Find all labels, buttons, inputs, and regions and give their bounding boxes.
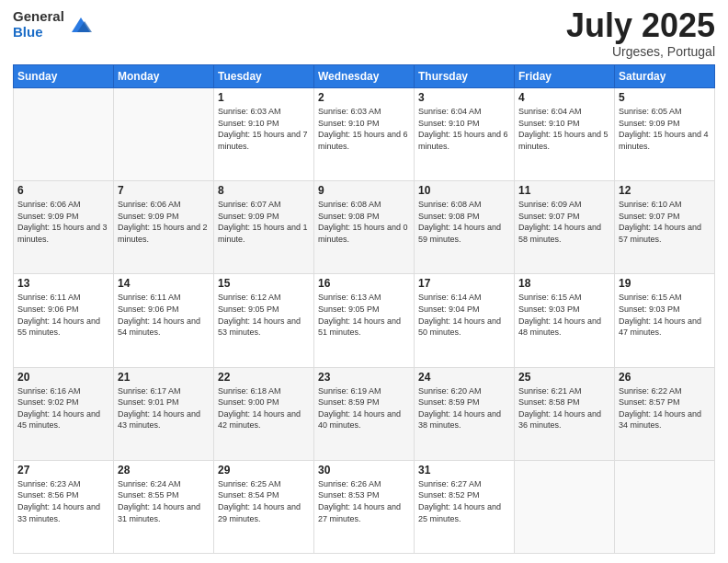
table-row: 11Sunrise: 6:09 AM Sunset: 9:07 PM Dayli… [515,181,615,274]
table-row [615,460,715,553]
table-row: 22Sunrise: 6:18 AM Sunset: 9:00 PM Dayli… [214,367,314,460]
table-row: 18Sunrise: 6:15 AM Sunset: 9:03 PM Dayli… [515,274,615,367]
day-info: Sunrise: 6:16 AM Sunset: 9:02 PM Dayligh… [17,385,109,431]
day-number: 25 [518,371,610,384]
day-number: 29 [218,464,310,477]
day-number: 18 [518,277,610,290]
day-info: Sunrise: 6:21 AM Sunset: 8:58 PM Dayligh… [518,385,610,431]
calendar-week-row: 1Sunrise: 6:03 AM Sunset: 9:10 PM Daylig… [14,88,715,181]
day-number: 14 [118,277,210,290]
day-number: 1 [218,91,310,104]
day-info: Sunrise: 6:11 AM Sunset: 9:06 PM Dayligh… [17,292,109,338]
table-row: 19Sunrise: 6:15 AM Sunset: 9:03 PM Dayli… [615,274,715,367]
day-number: 2 [318,91,410,104]
day-info: Sunrise: 6:22 AM Sunset: 8:57 PM Dayligh… [619,385,711,431]
col-friday: Friday [515,65,615,88]
day-info: Sunrise: 6:23 AM Sunset: 8:56 PM Dayligh… [17,478,109,524]
day-info: Sunrise: 6:08 AM Sunset: 9:08 PM Dayligh… [418,199,510,245]
col-monday: Monday [114,65,214,88]
day-info: Sunrise: 6:26 AM Sunset: 8:53 PM Dayligh… [318,478,410,524]
day-number: 15 [218,277,310,290]
day-info: Sunrise: 6:15 AM Sunset: 9:03 PM Dayligh… [619,292,711,338]
table-row: 4Sunrise: 6:04 AM Sunset: 9:10 PM Daylig… [515,88,615,181]
day-info: Sunrise: 6:14 AM Sunset: 9:04 PM Dayligh… [418,292,510,338]
day-number: 23 [318,371,410,384]
logo-icon [68,12,94,38]
day-number: 9 [318,184,410,197]
col-saturday: Saturday [615,65,715,88]
table-row: 31Sunrise: 6:27 AM Sunset: 8:52 PM Dayli… [415,460,515,553]
day-number: 12 [619,184,711,197]
col-wednesday: Wednesday [314,65,415,88]
header: General Blue July 2025 Urgeses, Portugal [13,9,715,59]
day-number: 30 [318,464,410,477]
day-info: Sunrise: 6:27 AM Sunset: 8:52 PM Dayligh… [418,478,510,524]
day-info: Sunrise: 6:19 AM Sunset: 8:59 PM Dayligh… [318,385,410,431]
table-row: 17Sunrise: 6:14 AM Sunset: 9:04 PM Dayli… [415,274,515,367]
day-info: Sunrise: 6:15 AM Sunset: 9:03 PM Dayligh… [518,292,610,338]
day-info: Sunrise: 6:20 AM Sunset: 8:59 PM Dayligh… [418,385,510,431]
calendar-week-row: 13Sunrise: 6:11 AM Sunset: 9:06 PM Dayli… [14,274,715,367]
day-number: 31 [418,464,510,477]
day-number: 27 [17,464,109,477]
logo-text: General Blue [13,9,64,40]
calendar-week-row: 6Sunrise: 6:06 AM Sunset: 9:09 PM Daylig… [14,181,715,274]
day-number: 21 [118,371,210,384]
calendar-week-row: 20Sunrise: 6:16 AM Sunset: 9:02 PM Dayli… [14,367,715,460]
table-row: 26Sunrise: 6:22 AM Sunset: 8:57 PM Dayli… [615,367,715,460]
table-row: 16Sunrise: 6:13 AM Sunset: 9:05 PM Dayli… [314,274,415,367]
day-info: Sunrise: 6:08 AM Sunset: 9:08 PM Dayligh… [318,199,410,245]
day-number: 22 [218,371,310,384]
table-row [515,460,615,553]
table-row: 14Sunrise: 6:11 AM Sunset: 9:06 PM Dayli… [114,274,214,367]
day-info: Sunrise: 6:06 AM Sunset: 9:09 PM Dayligh… [118,199,210,245]
day-info: Sunrise: 6:24 AM Sunset: 8:55 PM Dayligh… [118,478,210,524]
day-info: Sunrise: 6:10 AM Sunset: 9:07 PM Dayligh… [619,199,711,245]
day-number: 26 [619,371,711,384]
day-info: Sunrise: 6:17 AM Sunset: 9:01 PM Dayligh… [118,385,210,431]
table-row: 6Sunrise: 6:06 AM Sunset: 9:09 PM Daylig… [14,181,114,274]
table-row: 24Sunrise: 6:20 AM Sunset: 8:59 PM Dayli… [415,367,515,460]
day-number: 19 [619,277,711,290]
table-row: 28Sunrise: 6:24 AM Sunset: 8:55 PM Dayli… [114,460,214,553]
table-row: 29Sunrise: 6:25 AM Sunset: 8:54 PM Dayli… [214,460,314,553]
day-number: 11 [518,184,610,197]
table-row: 7Sunrise: 6:06 AM Sunset: 9:09 PM Daylig… [114,181,214,274]
day-info: Sunrise: 6:03 AM Sunset: 9:10 PM Dayligh… [218,106,310,152]
day-info: Sunrise: 6:12 AM Sunset: 9:05 PM Dayligh… [218,292,310,338]
calendar-week-row: 27Sunrise: 6:23 AM Sunset: 8:56 PM Dayli… [14,460,715,553]
table-row: 21Sunrise: 6:17 AM Sunset: 9:01 PM Dayli… [114,367,214,460]
day-info: Sunrise: 6:25 AM Sunset: 8:54 PM Dayligh… [218,478,310,524]
table-row: 20Sunrise: 6:16 AM Sunset: 9:02 PM Dayli… [14,367,114,460]
day-info: Sunrise: 6:13 AM Sunset: 9:05 PM Dayligh… [318,292,410,338]
table-row: 27Sunrise: 6:23 AM Sunset: 8:56 PM Dayli… [14,460,114,553]
table-row [114,88,214,181]
calendar-table: Sunday Monday Tuesday Wednesday Thursday… [13,64,715,554]
col-tuesday: Tuesday [214,65,314,88]
day-info: Sunrise: 6:03 AM Sunset: 9:10 PM Dayligh… [318,106,410,152]
day-info: Sunrise: 6:07 AM Sunset: 9:09 PM Dayligh… [218,199,310,245]
logo-general: General [13,9,64,25]
table-row: 10Sunrise: 6:08 AM Sunset: 9:08 PM Dayli… [415,181,515,274]
day-number: 8 [218,184,310,197]
day-info: Sunrise: 6:11 AM Sunset: 9:06 PM Dayligh… [118,292,210,338]
table-row: 2Sunrise: 6:03 AM Sunset: 9:10 PM Daylig… [314,88,415,181]
day-info: Sunrise: 6:04 AM Sunset: 9:10 PM Dayligh… [418,106,510,152]
table-row: 30Sunrise: 6:26 AM Sunset: 8:53 PM Dayli… [314,460,415,553]
table-row: 12Sunrise: 6:10 AM Sunset: 9:07 PM Dayli… [615,181,715,274]
day-info: Sunrise: 6:06 AM Sunset: 9:09 PM Dayligh… [17,199,109,245]
table-row: 15Sunrise: 6:12 AM Sunset: 9:05 PM Dayli… [214,274,314,367]
day-info: Sunrise: 6:05 AM Sunset: 9:09 PM Dayligh… [619,106,711,152]
day-number: 16 [318,277,410,290]
page: General Blue July 2025 Urgeses, Portugal… [0,0,728,563]
day-number: 17 [418,277,510,290]
day-number: 4 [518,91,610,104]
day-number: 10 [418,184,510,197]
table-row [14,88,114,181]
day-number: 7 [118,184,210,197]
calendar-header-row: Sunday Monday Tuesday Wednesday Thursday… [14,65,715,88]
day-number: 6 [17,184,109,197]
title-block: July 2025 Urgeses, Portugal [566,9,715,59]
table-row: 8Sunrise: 6:07 AM Sunset: 9:09 PM Daylig… [214,181,314,274]
col-sunday: Sunday [14,65,114,88]
